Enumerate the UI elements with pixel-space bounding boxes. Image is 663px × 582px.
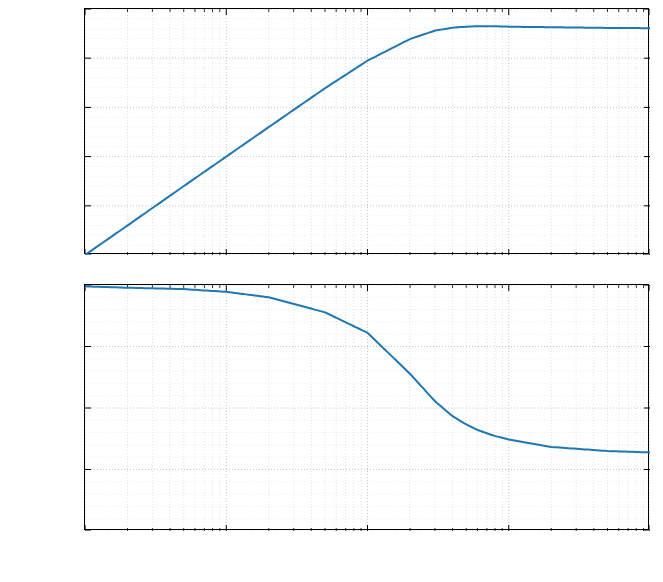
chart-plot-area [85, 9, 650, 255]
chart-plot-area [85, 285, 650, 531]
magnitude-plot [84, 8, 649, 254]
phase-plot [84, 284, 649, 530]
